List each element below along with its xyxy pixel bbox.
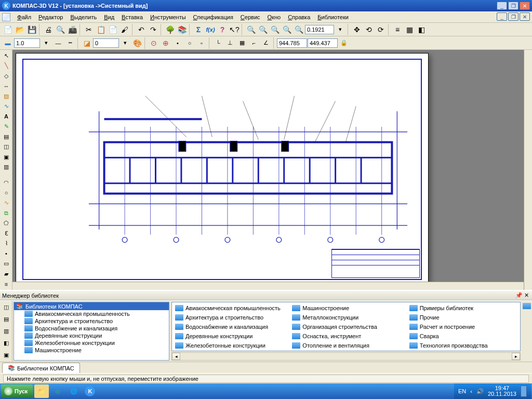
dir-button[interactable]: ∠ — [260, 37, 272, 49]
list-item[interactable]: Металлоконструкции — [290, 313, 402, 322]
tree-item[interactable]: Авиакосмическая промышленность — [14, 310, 169, 317]
drawing-canvas[interactable] — [12, 50, 524, 290]
geom-tool[interactable]: ◇ — [1, 71, 12, 81]
language-indicator[interactable]: EN — [458, 388, 466, 394]
lib-btn-1[interactable]: ◫ — [1, 302, 12, 313]
fill-tool[interactable]: ▰ — [1, 269, 12, 278]
menu-libraries[interactable]: Библиотеки — [314, 13, 352, 21]
snap2-button[interactable]: ⊕ — [160, 37, 171, 49]
select-tool[interactable]: ▣ — [1, 152, 12, 162]
coord-lock-button[interactable]: 🔒 — [338, 37, 350, 49]
menu-view[interactable]: Вид — [100, 13, 118, 21]
panel-close-button[interactable]: ✕ — [523, 292, 530, 299]
style-button[interactable]: ▬ — [2, 37, 14, 49]
list-item[interactable]: Технология производства — [407, 341, 519, 350]
start-button[interactable]: Пуск — [1, 384, 33, 398]
close-button[interactable]: ✕ — [520, 2, 530, 10]
mdi-minimize-button[interactable]: _ — [497, 12, 507, 21]
list-item[interactable]: Организация строительства — [290, 322, 402, 331]
zoom-out-button[interactable]: 🔍 — [293, 24, 304, 35]
cut-button[interactable]: ✂ — [83, 24, 95, 35]
measure-tool[interactable]: ◫ — [1, 142, 12, 151]
print-button[interactable]: 🖨 — [43, 24, 54, 35]
char-tool[interactable]: A — [1, 112, 12, 121]
param-tool[interactable]: ▤ — [1, 132, 12, 141]
library-tree[interactable]: 📚 Библиотеки КОМПАС Авиакосмическая пром… — [14, 302, 169, 361]
var-button[interactable]: Σ — [193, 24, 204, 35]
list-item[interactable]: Деревянные конструкции — [173, 331, 285, 341]
cursor-tool[interactable]: ↖ — [1, 51, 12, 60]
restore-button[interactable]: ❐ — [508, 2, 518, 10]
save-button[interactable]: 💾 — [26, 24, 37, 35]
zoom-prev-button[interactable]: 🔍 — [269, 24, 281, 35]
zoom-in-button[interactable]: 🔍 — [281, 24, 292, 35]
bezier-tool[interactable]: Ɛ — [1, 229, 12, 238]
rotate-button[interactable]: ⟲ — [363, 24, 375, 35]
list-item[interactable]: Архитектура и строительство — [173, 313, 285, 322]
undo-button[interactable]: ↶ — [136, 24, 147, 35]
scroll-left-button[interactable]: ◂ — [172, 353, 180, 360]
ortho-button[interactable]: ⊥ — [224, 37, 236, 49]
snap1-button[interactable]: ⊙ — [148, 37, 159, 49]
list-item[interactable]: Авиакосмическая промышленность — [173, 303, 285, 313]
model-button[interactable]: ◧ — [416, 24, 427, 35]
zoom-fit-button[interactable]: 🔍 — [245, 24, 257, 35]
spec-tool[interactable]: ▥ — [1, 162, 12, 171]
taskbar-explorer[interactable]: 📁 — [34, 384, 49, 398]
pin-button[interactable]: 📌 — [515, 292, 523, 299]
clock[interactable]: 19:47 20.11.2013 — [488, 385, 516, 397]
coord-y-input[interactable] — [308, 38, 338, 48]
menu-select[interactable]: Выделить — [66, 13, 100, 21]
taskbar-chrome[interactable]: 🌐 — [66, 384, 81, 398]
lib-btn-5[interactable]: ▣ — [1, 349, 12, 361]
refresh-button[interactable]: ⟳ — [375, 24, 387, 35]
link-tool[interactable]: ⧉ — [1, 208, 12, 218]
arc-tool[interactable]: ◠ — [1, 178, 12, 188]
taskbar-kompas[interactable]: K — [83, 384, 97, 398]
tree-item[interactable]: Деревянные конструкции — [14, 332, 169, 339]
colors-button[interactable]: 🎨 — [131, 37, 143, 49]
grid-button[interactable]: ▦ — [236, 37, 248, 49]
local-button[interactable]: ⌐ — [248, 37, 260, 49]
menu-service[interactable]: Сервис — [237, 13, 264, 21]
zoom-dropdown[interactable]: ▾ — [335, 24, 346, 35]
view-button[interactable]: ▦ — [404, 24, 415, 35]
menu-editor[interactable]: Редактор — [35, 13, 66, 21]
copy-button[interactable]: 📋 — [95, 24, 107, 35]
edit-tool[interactable]: ✎ — [1, 122, 12, 131]
tree-item[interactable]: Железобетонные конструкции — [14, 339, 169, 347]
list-item[interactable]: Машиностроение — [290, 303, 402, 313]
tree-button[interactable]: 🌳 — [164, 24, 176, 35]
layer-color-button[interactable]: ◪ — [81, 37, 92, 49]
tree-item[interactable]: Водоснабжение и канализация — [14, 325, 169, 332]
snap5-button[interactable]: ▫ — [196, 37, 207, 49]
snap4-button[interactable]: ○ — [184, 37, 195, 49]
poly-tool[interactable]: ⬠ — [1, 219, 12, 228]
scroll-right-button[interactable]: ▸ — [512, 353, 520, 360]
fx-button[interactable]: f(x) — [205, 24, 216, 35]
linetype2-button[interactable]: ┅ — [64, 37, 76, 49]
rect-tool[interactable]: ▭ — [1, 259, 12, 269]
linetype-button[interactable]: — — [52, 37, 64, 49]
list-item[interactable]: Сварка — [407, 331, 519, 341]
open-button[interactable]: 📂 — [14, 24, 25, 35]
tree-root[interactable]: 📚 Библиотеки КОМПАС — [14, 302, 169, 310]
vertical-scrollbar[interactable] — [524, 50, 532, 290]
help-arrow-button[interactable]: ↖? — [229, 24, 240, 35]
hatch-tool[interactable]: ▨ — [1, 91, 12, 101]
list-item[interactable]: Водоснабжение и канализация — [173, 322, 285, 331]
paste-button[interactable]: 📄 — [107, 24, 118, 35]
offset-dropdown[interactable]: ▾ — [119, 37, 131, 49]
curve-tool[interactable]: ∿ — [1, 198, 12, 208]
tree-item[interactable]: Машиностроение — [14, 347, 169, 354]
print2-button[interactable]: 📠 — [66, 24, 78, 35]
lib-btn-3[interactable]: ▥ — [1, 326, 12, 337]
list-item[interactable]: Прочие — [407, 313, 519, 322]
lib-btn-4[interactable]: ◧ — [1, 337, 12, 349]
volume-icon[interactable]: 🔊 — [476, 388, 484, 395]
preview-button[interactable]: 🔍 — [55, 24, 66, 35]
library-list[interactable]: Авиакосмическая промышленность Машиностр… — [171, 302, 521, 351]
new-button[interactable]: 📄 — [2, 24, 14, 35]
show-desktop-button[interactable] — [521, 385, 527, 397]
minimize-button[interactable]: _ — [497, 2, 507, 10]
